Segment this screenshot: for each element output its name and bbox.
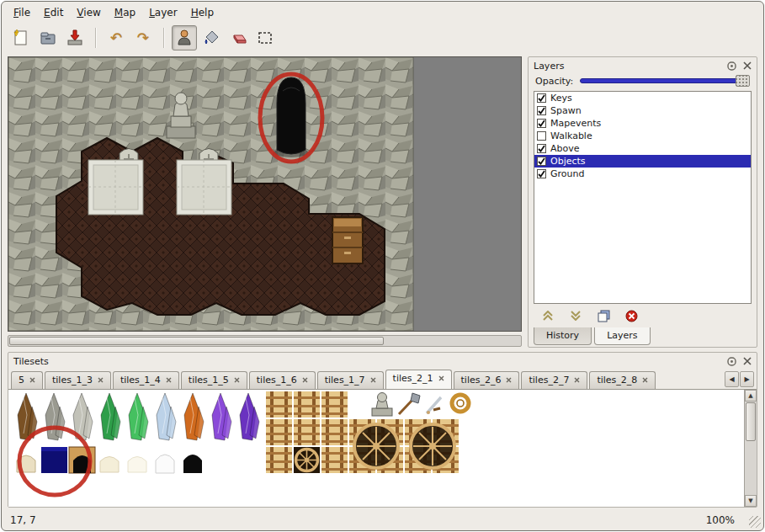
check-icon — [538, 157, 545, 165]
tileset-tab[interactable]: tiles_1_3 — [45, 371, 111, 389]
tab-close-icon[interactable] — [438, 375, 444, 381]
tab-close-icon[interactable] — [166, 377, 172, 383]
save-icon — [66, 29, 84, 47]
tileset-tab[interactable]: tiles_1_6 — [249, 371, 316, 389]
tileset-tab[interactable]: tiles_1_5 — [181, 371, 247, 389]
close-icon — [743, 61, 752, 70]
layer-checkbox[interactable] — [537, 119, 546, 128]
tileset-vertical-scrollbar[interactable]: ▲ ▼ — [744, 390, 757, 507]
tab-scroll-left-button[interactable]: ◀ — [725, 371, 739, 387]
tileset-canvas[interactable] — [8, 390, 744, 507]
tileset-wagon-wheel — [354, 424, 398, 468]
layer-row-mapevents[interactable]: Mapevents — [534, 117, 751, 130]
layer-row-keys[interactable]: Keys — [534, 92, 751, 104]
layer-row-spawn[interactable]: Spawn — [534, 104, 751, 117]
layer-row-objects[interactable]: Objects — [534, 155, 751, 168]
menu-help[interactable]: Help — [184, 4, 220, 21]
tab-close-icon[interactable] — [506, 377, 512, 383]
layer-duplicate-button[interactable] — [596, 308, 611, 323]
tab-scroll-buttons: ◀ ▶ — [725, 371, 754, 389]
layers-float-button[interactable] — [725, 60, 738, 72]
menu-layer[interactable]: Layer — [142, 4, 183, 21]
tab-layers[interactable]: Layers — [594, 327, 650, 345]
tab-close-icon[interactable] — [642, 377, 648, 383]
menu-view[interactable]: View — [70, 4, 107, 21]
scroll-down-arrow[interactable]: ▼ — [745, 495, 757, 507]
select-tool-button[interactable] — [252, 25, 278, 51]
map-canvas[interactable] — [8, 57, 521, 331]
tileset-tab[interactable]: tiles_2_7 — [521, 371, 587, 389]
resize-grip[interactable] — [749, 516, 761, 528]
tileset-rock-pale — [100, 457, 119, 473]
layer-row-above[interactable]: Above — [534, 142, 751, 155]
tileset-tab[interactable]: tiles_2_8 — [589, 371, 656, 389]
tab-close-icon[interactable] — [98, 377, 104, 383]
undo-button[interactable]: ↶ — [104, 25, 129, 51]
map-viewport[interactable] — [8, 56, 522, 332]
check-icon — [538, 120, 545, 127]
tilesets-dock-titlebar: Tilesets — [8, 353, 757, 368]
opacity-slider-handle[interactable] — [736, 75, 750, 87]
layer-lower-button[interactable] — [568, 308, 583, 323]
tab-scroll-right-button[interactable]: ▶ — [740, 371, 754, 387]
float-icon — [727, 357, 736, 366]
save-button[interactable] — [62, 25, 88, 51]
tileset-tab[interactable]: tiles_1_7 — [317, 371, 384, 389]
cursor-coordinates: 17, 7 — [10, 514, 36, 526]
tilesets-close-button[interactable] — [741, 355, 753, 367]
tileset-image[interactable] — [8, 390, 744, 499]
tileset-tab[interactable]: tiles_1_4 — [113, 371, 179, 389]
layer-label: Mapevents — [550, 118, 601, 129]
tab-close-icon[interactable] — [302, 377, 308, 383]
new-button[interactable] — [8, 25, 34, 51]
tilesets-float-button[interactable] — [725, 355, 738, 367]
map-platform — [177, 160, 231, 215]
selection-rectangle-icon — [256, 29, 274, 47]
delete-layer-icon — [625, 310, 638, 322]
eraser-icon — [229, 29, 247, 47]
layer-raise-button[interactable] — [540, 308, 555, 323]
opacity-slider[interactable] — [580, 75, 750, 87]
tab-close-icon[interactable] — [370, 377, 376, 383]
tab-close-icon[interactable] — [234, 377, 240, 383]
layer-checkbox[interactable] — [537, 144, 546, 153]
map-hscroll-thumb[interactable] — [9, 337, 384, 345]
statusbar: 17, 7 100% — [2, 510, 763, 530]
tileset-tab-bar: 5 tiles_1_3 tiles_1_4 tiles_1_5 tiles_1_… — [8, 368, 757, 390]
layer-list[interactable]: Keys Spawn Mapevents Walkable — [534, 91, 752, 304]
undo-icon: ↶ — [110, 31, 122, 45]
layer-row-ground[interactable]: Ground — [534, 168, 751, 180]
tab-close-icon[interactable] — [574, 377, 580, 383]
stamp-tool-button[interactable] — [172, 25, 197, 51]
layer-checkbox[interactable] — [537, 169, 546, 178]
tileset-vscroll-track[interactable] — [745, 442, 757, 495]
layer-checkbox[interactable] — [537, 93, 546, 103]
fill-tool-button[interactable] — [199, 25, 224, 51]
layer-checkbox[interactable] — [537, 106, 546, 115]
tileset-vscroll-thumb[interactable] — [746, 402, 756, 441]
eraser-tool-button[interactable] — [226, 25, 251, 51]
layers-close-button[interactable] — [741, 60, 753, 72]
tileset-wagon-wheel — [411, 424, 454, 468]
tab-close-icon[interactable] — [29, 377, 35, 383]
check-icon — [538, 170, 545, 178]
layer-delete-button[interactable] — [624, 308, 639, 323]
open-button[interactable] — [35, 25, 61, 51]
menu-map[interactable]: Map — [108, 4, 142, 21]
layer-toolbar — [529, 304, 757, 327]
menu-file[interactable]: File — [7, 4, 37, 21]
layer-checkbox[interactable] — [537, 157, 546, 166]
menu-edit[interactable]: Edit — [37, 4, 70, 21]
redo-button[interactable]: ↷ — [130, 25, 156, 51]
scroll-up-arrow[interactable]: ▲ — [745, 390, 757, 402]
menubar: File Edit View Map Layer Help — [2, 2, 763, 22]
tileset-tab[interactable]: 5 — [11, 371, 43, 389]
map-horizontal-scrollbar[interactable] — [8, 335, 522, 347]
tileset-tab[interactable]: tiles_2_6 — [454, 371, 520, 389]
layer-checkbox[interactable] — [537, 131, 546, 141]
layer-label: Spawn — [550, 105, 582, 116]
tab-history[interactable]: History — [534, 327, 592, 345]
layers-panel: Layers Opacity: — [528, 56, 757, 348]
tileset-tab-active[interactable]: tiles_2_1 — [385, 370, 452, 389]
layer-row-walkable[interactable]: Walkable — [534, 130, 751, 142]
